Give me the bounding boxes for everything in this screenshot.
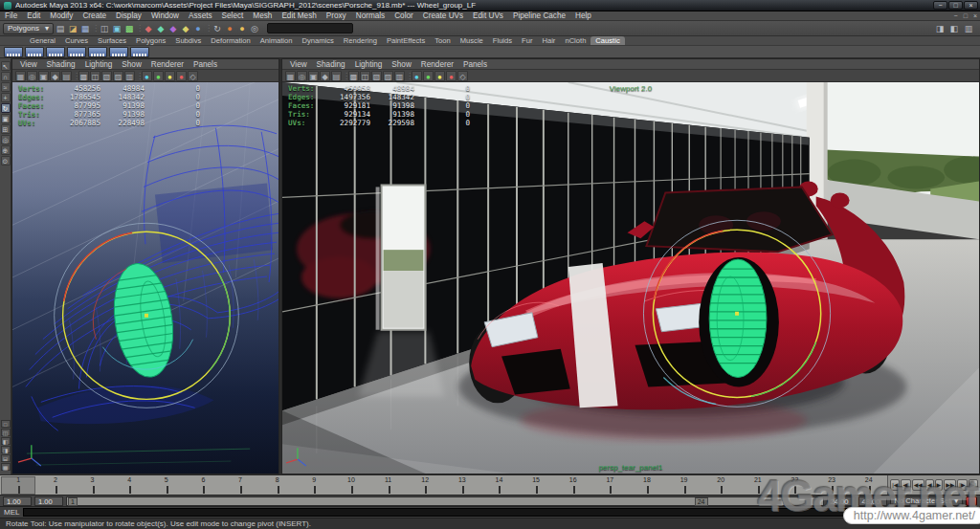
shelf-tab[interactable]: Rendering	[339, 36, 382, 45]
lock-camera-icon[interactable]: ◎	[297, 71, 307, 81]
channel-box-toggle-icon[interactable]: ▥	[963, 23, 974, 34]
tool-settings-toggle-icon[interactable]: ◧	[948, 23, 960, 34]
panel-divider[interactable]: ⋮	[73, 71, 78, 81]
caustic-shelf-item-2[interactable]	[25, 47, 44, 57]
timeline-frame-cell[interactable]: 5	[148, 475, 186, 495]
shelf-tab[interactable]: PaintEffects	[382, 36, 430, 45]
panel-restore-button[interactable]: □	[961, 11, 970, 21]
menu-item[interactable]: Help	[570, 11, 596, 21]
snap-plane-icon[interactable]: ◆	[180, 23, 191, 34]
panel-menu-item[interactable]: Show	[117, 60, 145, 69]
film-gate-icon[interactable]: ◫	[90, 71, 100, 81]
menu-item[interactable]: Edit Mesh	[277, 11, 321, 21]
lighting-toggle-icon[interactable]: ◇	[457, 71, 468, 81]
open-scene-icon[interactable]: ◪	[67, 23, 78, 34]
panel-menu-item[interactable]: Panels	[458, 60, 492, 69]
panel-menu-item[interactable]: View	[285, 60, 312, 69]
character-set-dropdown[interactable]: No Character Set ▾	[890, 496, 963, 506]
right-viewport-canvas[interactable]: Verts: 459958 48984 0 Edges: 1497356 148…	[282, 82, 979, 474]
default-material-icon[interactable]: ●	[176, 71, 187, 81]
panel-menu-item[interactable]: Renderer	[416, 60, 458, 69]
step-back-key-button[interactable]: ◀◀	[912, 479, 924, 491]
timeline-frame-cell[interactable]: 24	[850, 475, 887, 495]
panel-divider[interactable]: ⋮	[406, 71, 411, 81]
play-forwards-button[interactable]: ▶	[935, 479, 944, 491]
left-viewport-canvas[interactable]: Verts: 458256 48984 0 Edges: 1786545 148…	[12, 82, 278, 474]
timeline-frame-cell[interactable]: 19	[665, 475, 702, 495]
default-material-icon[interactable]: ●	[446, 71, 457, 81]
shelf-tab[interactable]: Subdivs	[170, 36, 206, 45]
lighting-toggle-icon[interactable]: ◇	[188, 71, 198, 81]
minimize-button[interactable]: −	[933, 1, 947, 10]
shelf-tab[interactable]: Toon	[430, 36, 455, 45]
command-line-language-button[interactable]: MEL	[4, 508, 19, 517]
panel-menu-item[interactable]: Panels	[189, 60, 222, 69]
snap-point-icon[interactable]: ◆	[167, 23, 179, 34]
caustic-shelf-item-4[interactable]	[67, 47, 86, 57]
caustic-shelf-item-6[interactable]	[109, 47, 128, 57]
grid-toggle-icon[interactable]: ▩	[348, 71, 359, 81]
show-manipulator-tool-icon[interactable]: ⊕	[1, 145, 11, 155]
shelf-tab[interactable]: Dynamics	[298, 36, 339, 45]
rotate-tool-icon[interactable]: ↻	[1, 103, 11, 113]
go-to-end-button[interactable]: ▶|	[969, 479, 978, 491]
shelf-tab[interactable]: Caustic	[590, 36, 624, 45]
timeline-frame-cell[interactable]: 16	[554, 475, 591, 495]
current-time-indicator[interactable]	[1, 476, 35, 495]
image-plane-icon[interactable]: ▤	[331, 71, 342, 81]
close-button[interactable]: ×	[964, 1, 978, 10]
wireframe-on-shaded-icon[interactable]: ●	[434, 71, 445, 81]
menu-item[interactable]: Edit	[22, 11, 45, 21]
shelf-tab[interactable]: Animation	[256, 36, 298, 45]
animation-end-field[interactable]: 48.00	[858, 496, 887, 506]
panel-menu-item[interactable]: Shading	[312, 60, 350, 69]
animation-start-field[interactable]: 1.00	[3, 496, 32, 506]
camera-attributes-icon[interactable]: ▣	[308, 71, 319, 81]
new-scene-icon[interactable]: ▤	[55, 23, 66, 34]
gate-mask-icon[interactable]: ▨	[113, 71, 123, 81]
auto-keyframe-toggle[interactable]	[966, 496, 977, 506]
range-slider-bar[interactable]: 1 24	[66, 496, 824, 506]
resolution-gate-icon[interactable]: ▧	[101, 71, 112, 81]
layout-persp-outliner-icon[interactable]: ◧	[1, 437, 11, 445]
panel-menu-item[interactable]: Renderer	[146, 60, 189, 69]
panel-menu-item[interactable]: View	[15, 60, 42, 69]
menu-item[interactable]: Select	[217, 11, 249, 21]
panel-divider[interactable]: ⋮	[343, 71, 347, 81]
timeline-frame-cell[interactable]: 13	[444, 475, 481, 495]
isolate-select-icon[interactable]: ●	[142, 71, 152, 81]
snap-curve-icon[interactable]: ◆	[155, 23, 167, 34]
status-divider[interactable]: ⋮	[92, 23, 98, 34]
make-live-icon[interactable]: ●	[192, 23, 204, 34]
shelf-tab[interactable]: Surfaces	[93, 36, 131, 45]
field-chart-icon[interactable]: ▥	[394, 71, 405, 81]
timeline-frame-cell[interactable]: 21	[740, 475, 777, 495]
range-end-handle[interactable]: 24	[695, 497, 708, 506]
quick-selection-field[interactable]	[267, 23, 353, 33]
bookmarks-icon[interactable]: ◆	[50, 71, 60, 81]
panel-divider[interactable]: ⋮	[136, 71, 141, 81]
timeline-frame-cell[interactable]: 2	[37, 475, 75, 495]
caustic-shelf-item-7[interactable]	[130, 47, 149, 57]
timeline-frame-cell[interactable]: 6	[185, 475, 222, 495]
wireframe-on-shaded-icon[interactable]: ●	[165, 71, 175, 81]
timeline-frame-cell[interactable]: 11	[369, 475, 407, 495]
isolate-select-icon[interactable]: ●	[412, 71, 422, 81]
move-tool-icon[interactable]: +	[1, 93, 11, 102]
layout-persp-graph-icon[interactable]: ⊟	[1, 454, 11, 462]
menu-item[interactable]: Proxy	[322, 11, 351, 21]
timeline-frame-cell[interactable]: 12	[407, 475, 444, 495]
timeline-frame-cell[interactable]: 15	[518, 475, 555, 495]
timeline-frame-cell[interactable]: 17	[591, 475, 629, 495]
caustic-shelf-item-3[interactable]	[46, 47, 65, 57]
shelf-tab[interactable]: General	[25, 36, 60, 45]
panel-menu-item[interactable]: Show	[387, 60, 415, 69]
soft-mod-tool-icon[interactable]: ◎	[1, 135, 11, 144]
step-forward-key-button[interactable]: ▶▶	[944, 479, 956, 491]
shelf-tab[interactable]: Polygons	[131, 36, 170, 45]
timeline-frame-cell[interactable]: 14	[480, 475, 518, 495]
bookmarks-icon[interactable]: ◆	[320, 71, 330, 81]
xray-icon[interactable]: ●	[153, 71, 164, 81]
film-gate-icon[interactable]: ◫	[360, 71, 370, 81]
command-line-input[interactable]	[23, 508, 963, 517]
